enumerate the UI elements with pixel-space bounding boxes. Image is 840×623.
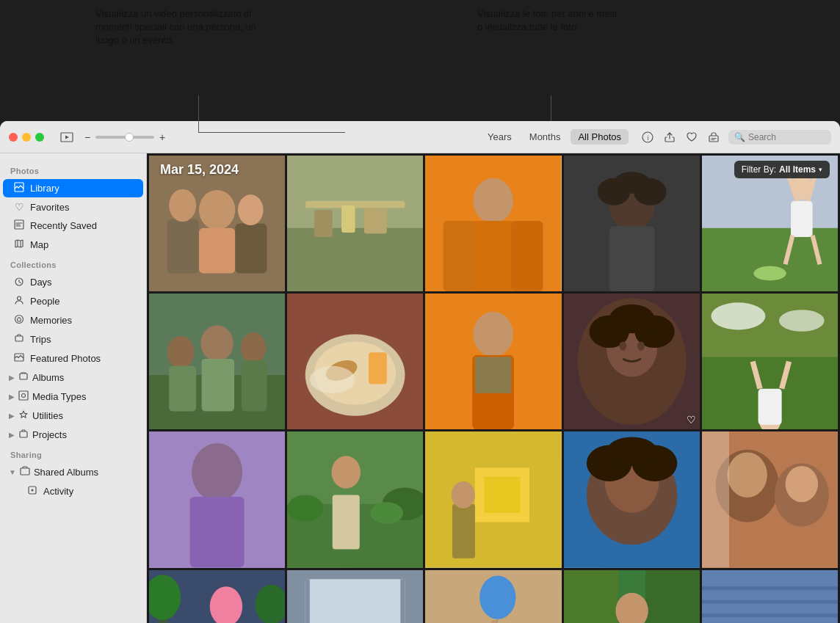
- sidebar-item-memories[interactable]: Memories: [3, 311, 143, 329]
- photo-grid: ♡ ♡: [147, 153, 840, 623]
- svg-rect-48: [791, 201, 813, 237]
- photo-cell[interactable]: [564, 431, 700, 567]
- slideshow-button[interactable]: [59, 131, 75, 144]
- photo-cell[interactable]: [425, 431, 561, 567]
- svg-rect-102: [452, 504, 475, 558]
- photo-inner: [702, 570, 838, 623]
- photo-cell[interactable]: [702, 431, 838, 567]
- sidebar-item-activity[interactable]: Activity: [3, 482, 143, 500]
- minimize-button[interactable]: [22, 133, 31, 142]
- sidebar-label-recently-saved: Recently Saved: [30, 220, 97, 231]
- search-bar[interactable]: 🔍: [728, 130, 831, 145]
- sidebar-label-favorites: Favorites: [30, 202, 69, 213]
- favorite-button[interactable]: [684, 130, 699, 145]
- photo-inner: [564, 570, 700, 623]
- photo-cell[interactable]: [425, 156, 561, 291]
- sidebar-item-media-types[interactable]: ▶ Media Types: [3, 387, 143, 406]
- tab-all-photos[interactable]: All Photos: [571, 129, 629, 145]
- filter-button[interactable]: Filter By: All Items ▾: [734, 161, 830, 178]
- photo-cell[interactable]: [425, 294, 561, 429]
- edit-button[interactable]: [706, 130, 721, 145]
- heart-icon: ♡: [687, 414, 696, 426]
- annotation-line-2: [551, 95, 551, 121]
- sidebar-item-trips[interactable]: Trips: [3, 330, 143, 349]
- zoom-minus[interactable]: −: [82, 131, 93, 143]
- svg-point-19: [199, 190, 235, 230]
- titlebar-actions: i 🔍: [640, 130, 831, 145]
- svg-rect-28: [314, 210, 333, 237]
- sidebar-section-photos: Photos: [0, 161, 146, 178]
- search-icon: 🔍: [734, 132, 745, 142]
- sidebar-label-map: Map: [30, 239, 48, 250]
- photo-cell[interactable]: [149, 431, 285, 567]
- search-input[interactable]: [748, 132, 829, 142]
- photo-cell[interactable]: [564, 570, 700, 623]
- svg-point-116: [785, 466, 817, 502]
- share-button[interactable]: [662, 130, 677, 145]
- zoom-plus[interactable]: +: [157, 131, 167, 143]
- sidebar-item-days[interactable]: Days: [3, 273, 143, 291]
- tab-months[interactable]: Months: [522, 129, 568, 145]
- photo-inner: [425, 156, 561, 291]
- sidebar-item-utilities[interactable]: ▶ Utilities: [3, 407, 143, 425]
- sidebar-label-memories: Memories: [30, 315, 72, 326]
- sidebar-item-library[interactable]: Library: [3, 179, 143, 197]
- svg-point-8: [15, 316, 23, 324]
- memories-icon: [13, 314, 25, 327]
- svg-rect-130: [305, 579, 405, 623]
- photo-cell[interactable]: [149, 570, 285, 623]
- sidebar-item-favorites[interactable]: ♡ Favorites: [3, 198, 143, 216]
- filter-chevron-icon: ▾: [819, 166, 822, 173]
- featured-photos-icon: [13, 352, 25, 365]
- sidebar-section-collections: Collections: [0, 255, 146, 272]
- photo-area: Mar 15, 2024 Filter By: All Items ▾: [147, 153, 840, 623]
- view-tabs: Years Months All Photos: [480, 129, 629, 145]
- library-icon: [13, 182, 25, 194]
- photo-inner: [425, 294, 561, 429]
- info-button[interactable]: i: [640, 130, 655, 145]
- photo-inner: [287, 431, 423, 567]
- photo-cell[interactable]: [702, 294, 838, 429]
- photo-cell[interactable]: [287, 431, 423, 567]
- tooltip-left: Visualizza un video personalizzato di mo…: [95, 7, 257, 48]
- sidebar-item-recently-saved[interactable]: Recently Saved: [3, 216, 143, 235]
- photo-cell[interactable]: [287, 156, 423, 291]
- tab-years[interactable]: Years: [480, 129, 519, 145]
- photo-cell[interactable]: ♡ ♡: [564, 294, 700, 429]
- close-button[interactable]: [9, 133, 18, 142]
- photo-cell[interactable]: [287, 294, 423, 429]
- maximize-button[interactable]: [35, 133, 44, 142]
- people-icon: [13, 295, 25, 307]
- sidebar-item-albums[interactable]: ▶ Albums: [3, 368, 143, 387]
- svg-rect-132: [401, 579, 405, 623]
- photo-cell[interactable]: [564, 156, 700, 291]
- sidebar-item-map[interactable]: Map: [3, 236, 143, 254]
- photo-cell[interactable]: [702, 570, 838, 623]
- svg-rect-36: [512, 221, 543, 291]
- svg-point-59: [241, 332, 267, 363]
- zoom-slider-thumb[interactable]: [125, 133, 134, 142]
- svg-rect-34: [471, 221, 516, 291]
- svg-point-68: [474, 312, 513, 357]
- svg-rect-9: [15, 336, 23, 341]
- sidebar-label-albums: Albums: [32, 372, 64, 383]
- photo-cell[interactable]: [287, 570, 423, 623]
- svg-point-81: [711, 303, 765, 330]
- svg-rect-12: [19, 391, 28, 400]
- activity-icon: [26, 485, 38, 498]
- svg-point-95: [287, 495, 323, 522]
- sidebar-item-featured-photos[interactable]: Featured Photos: [3, 349, 143, 368]
- photo-cell[interactable]: [149, 294, 285, 429]
- photo-inner: [287, 294, 423, 429]
- sidebar-item-shared-albums[interactable]: ▼ Shared Albums: [3, 463, 143, 481]
- sidebar-item-projects[interactable]: ▶ Projects: [3, 426, 143, 444]
- zoom-slider[interactable]: [95, 136, 154, 139]
- sidebar-label-trips: Trips: [30, 334, 51, 345]
- titlebar: − + Years Months All Photos i: [0, 121, 840, 153]
- photo-inner: [425, 570, 561, 623]
- sidebar-item-people[interactable]: People: [3, 292, 143, 310]
- utilities-icon: [18, 409, 29, 422]
- photo-inner: [425, 431, 561, 567]
- svg-point-110: [607, 437, 657, 467]
- photo-cell[interactable]: [425, 570, 561, 623]
